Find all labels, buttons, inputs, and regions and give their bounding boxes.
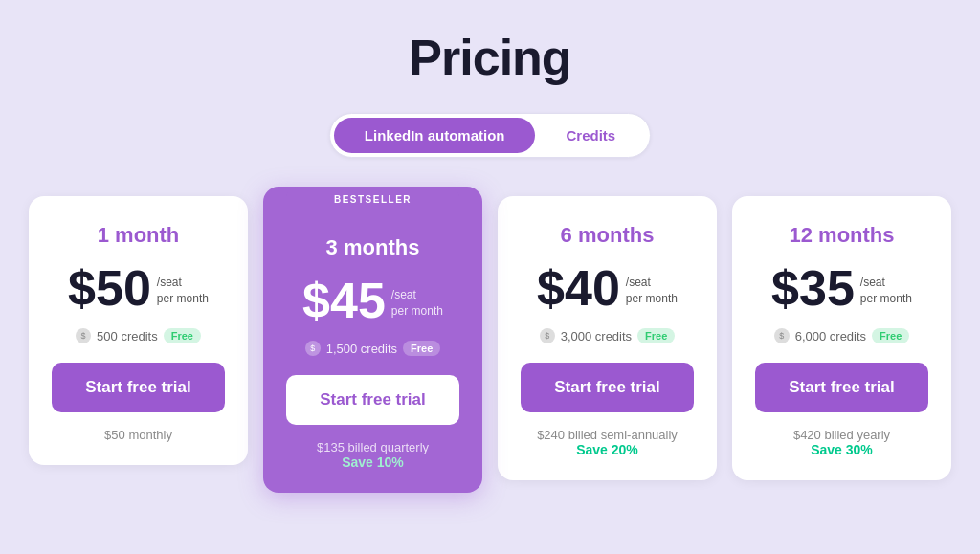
page-title: Pricing <box>409 29 570 86</box>
per-seat-3months: /seat <box>391 287 443 303</box>
pricing-page: Pricing LinkedIn automation Credits 1 mo… <box>0 0 980 554</box>
price-meta-1month: /seat per month <box>157 275 209 313</box>
price-meta-3months: /seat per month <box>391 287 443 325</box>
per-seat-1month: /seat <box>157 275 209 291</box>
plan-duration-3months: 3 months <box>326 235 420 260</box>
credits-amount-1month: 500 credits <box>97 329 158 343</box>
tab-switcher: LinkedIn automation Credits <box>329 113 651 158</box>
plans-container: 1 month $50 /seat per month $ 500 credit… <box>21 196 959 483</box>
credits-row-1month: $ 500 credits Free <box>76 328 201 343</box>
price-row-6months: $40 /seat per month <box>537 263 678 313</box>
free-badge-6months: Free <box>637 328 675 343</box>
price-row-12months: $35 /seat per month <box>771 263 912 313</box>
free-badge-12months: Free <box>872 328 909 343</box>
save-text-12months: Save 30% <box>793 442 890 457</box>
credits-amount-12months: 6,000 credits <box>795 329 866 343</box>
plan-card-12months: 12 months $35 /seat per month $ 6,000 cr… <box>732 196 951 480</box>
price-meta-12months: /seat per month <box>860 275 912 313</box>
per-period-6months: per month <box>626 291 678 307</box>
credits-row-3months: $ 1,500 credits Free <box>305 341 441 356</box>
per-period-1month: per month <box>157 291 209 307</box>
credits-icon-12months: $ <box>774 328 790 343</box>
tab-linkedin-automation[interactable]: LinkedIn automation <box>334 118 536 153</box>
price-row-1month: $50 /seat per month <box>68 263 209 313</box>
save-text-6months: Save 20% <box>537 442 678 457</box>
plan-duration-6months: 6 months <box>561 223 655 248</box>
billing-note-1month: $50 monthly <box>104 428 172 442</box>
price-amount-1month: $50 <box>68 263 151 313</box>
billing-info-1month: $50 monthly <box>104 428 172 442</box>
tab-credits[interactable]: Credits <box>535 118 646 153</box>
per-seat-6months: /seat <box>626 275 678 291</box>
billing-info-12months: $420 billed yearly Save 30% <box>793 428 890 457</box>
bestseller-badge: BESTSELLER <box>286 187 459 212</box>
price-amount-6months: $40 <box>537 263 620 313</box>
cta-button-6months[interactable]: Start free trial <box>521 363 694 412</box>
plan-card-6months: 6 months $40 /seat per month $ 3,000 cre… <box>498 196 717 480</box>
price-amount-12months: $35 <box>771 263 855 313</box>
credits-icon-1month: $ <box>76 328 91 343</box>
cta-button-1month[interactable]: Start free trial <box>52 363 225 412</box>
save-text-3months: Save 10% <box>317 454 429 470</box>
cta-button-3months[interactable]: Start free trial <box>286 375 459 425</box>
credits-icon-3months: $ <box>305 341 321 356</box>
plan-card-3months: BESTSELLER 3 months $45 /seat per month … <box>263 187 482 493</box>
credits-row-6months: $ 3,000 credits Free <box>540 328 676 343</box>
per-seat-12months: /seat <box>860 275 912 291</box>
price-meta-6months: /seat per month <box>626 275 678 313</box>
price-row-3months: $45 /seat per month <box>302 276 443 325</box>
plan-card-1month: 1 month $50 /seat per month $ 500 credit… <box>29 196 248 465</box>
credits-amount-3months: 1,500 credits <box>326 342 397 356</box>
billing-info-6months: $240 billed semi-annually Save 20% <box>537 428 678 457</box>
billing-note-12months: $420 billed yearly <box>793 428 890 442</box>
cta-button-12months[interactable]: Start free trial <box>755 363 928 412</box>
free-badge-1month: Free <box>164 328 201 343</box>
credits-icon-6months: $ <box>540 328 555 343</box>
billing-note-3months: $135 billed quarterly <box>317 440 429 454</box>
free-badge-3months: Free <box>403 341 440 356</box>
plan-duration-12months: 12 months <box>789 223 894 248</box>
credits-amount-6months: 3,000 credits <box>561 329 632 343</box>
per-period-12months: per month <box>860 291 912 307</box>
price-amount-3months: $45 <box>302 276 386 325</box>
plan-duration-1month: 1 month <box>98 223 180 248</box>
billing-info-3months: $135 billed quarterly Save 10% <box>317 440 429 470</box>
credits-row-12months: $ 6,000 credits Free <box>774 328 910 343</box>
per-period-3months: per month <box>391 303 443 320</box>
billing-note-6months: $240 billed semi-annually <box>537 428 678 442</box>
